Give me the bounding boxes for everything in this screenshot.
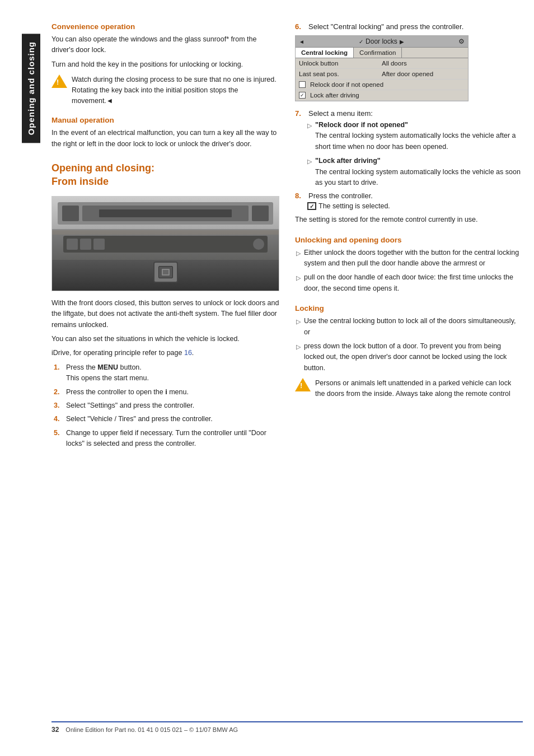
last-seat-label: Last seat pos. — [299, 71, 382, 77]
step-8-num: 8. — [295, 192, 305, 200]
door-locks-tabs: Central locking Confirmation — [296, 48, 468, 58]
forward-arrow: ▶ — [400, 39, 404, 45]
lock-after-driving-checkbox[interactable] — [299, 92, 306, 99]
door-locks-ui: ◄ ✓ Door locks ▶ ⚙ Central locking Confi… — [295, 35, 469, 101]
setting-stored-text: The setting is stored for the remote con… — [295, 214, 523, 225]
step-2: 2. Press the controller to open the i me… — [51, 387, 279, 398]
last-seat-value: After door opened — [382, 71, 465, 77]
step-6-num: 6. — [295, 22, 305, 31]
right-column: 6. Select "Central locking" and press th… — [295, 22, 523, 699]
step-6-text: Select "Central locking" and press the c… — [308, 22, 463, 31]
setting-selected-line: The setting is selected. — [307, 202, 523, 210]
warning2-text: Persons or animals left unattended in a … — [315, 378, 523, 399]
page-link[interactable]: 16 — [184, 349, 192, 357]
front-doors-p1: With the front doors closed, this button… — [51, 298, 279, 330]
warning-box-2: Persons or animals left unattended in a … — [295, 378, 523, 399]
relock-desc: The central locking system automatically… — [315, 132, 516, 150]
locking-bullet-2-text: press down the lock button of a door. To… — [304, 341, 523, 374]
car-interior-image — [51, 196, 279, 291]
door-locks-back-arrow: ◄ — [299, 39, 305, 45]
relock-checkbox[interactable] — [299, 81, 306, 88]
unlocking-bullet-2: ▷ pull on the door handle of each door t… — [295, 272, 523, 294]
step-4-num: 4. — [54, 414, 64, 424]
unlocking-bullet-2-text: pull on the door handle of each door twi… — [304, 272, 523, 294]
tab-central-locking[interactable]: Central locking — [296, 48, 354, 58]
step-8-text: Press the controller. — [308, 192, 373, 200]
warning1-text: Watch during the closing process to be s… — [72, 74, 279, 106]
convenience-heading: Convenience operation — [51, 22, 279, 31]
warning-icon-1 — [51, 74, 67, 90]
bullet-icon-2: ▷ — [307, 157, 312, 188]
step-7-bullet-1: ▷ "Relock door if not opened" The centra… — [306, 120, 523, 152]
convenience-p1: You can also operate the windows and the… — [51, 34, 279, 56]
step-7-bullets: ▷ "Relock door if not opened" The centra… — [306, 120, 523, 188]
manual-heading: Manual operation — [51, 116, 279, 124]
door-locks-row-3: Relock door if not opened — [296, 80, 468, 90]
warning-box-1: Watch during the closing process to be s… — [51, 74, 279, 106]
unlocking-bullet-1: ▷ Either unlock the doors together with … — [295, 248, 523, 269]
step-1-num: 1. — [54, 362, 64, 384]
unlocking-bullet-1-text: Either unlock the doors together with th… — [304, 248, 523, 269]
step-1-text: Press the MENU button.This opens the sta… — [66, 362, 149, 384]
steps-list: 1. Press the MENU button.This opens the … — [51, 362, 279, 450]
door-locks-titlebar: ◄ ✓ Door locks ▶ ⚙ — [296, 36, 468, 48]
step-6-row: 6. Select "Central locking" and press th… — [295, 22, 523, 31]
footer-page-num: 32 — [51, 726, 59, 734]
unlock-button-value: All doors — [382, 60, 465, 67]
bullet-icon-4: ▷ — [296, 273, 301, 294]
step-7-bullet-1-content: "Relock door if not opened" The central … — [315, 120, 523, 152]
door-locks-row-1: Unlock button All doors — [296, 58, 468, 69]
two-col-layout: Convenience operation You can also opera… — [51, 22, 523, 699]
setting-selected-text: The setting is selected. — [318, 202, 390, 210]
door-locks-title: ✓ Door locks ▶ — [359, 38, 404, 45]
step-7-row: 7. Select a menu item: — [295, 109, 523, 118]
bullet-icon-3: ▷ — [296, 249, 301, 269]
step-3-num: 3. — [54, 400, 64, 411]
step-5-text: Change to upper field if necessary. Turn… — [66, 428, 279, 450]
unlocking-heading: Unlocking and opening doors — [295, 236, 523, 244]
lock-driving-desc: The central locking system automatically… — [315, 168, 521, 186]
unlock-button-label: Unlock button — [299, 60, 382, 67]
step-5: 5. Change to upper field if necessary. T… — [51, 428, 279, 450]
relock-label: Relock door if not opened — [310, 81, 383, 88]
manual-p1: In the event of an electrical malfunctio… — [51, 128, 279, 150]
locking-bullets: ▷ Use the central locking button to lock… — [295, 316, 523, 374]
settings-icon: ⚙ — [458, 38, 465, 45]
bullet-icon-6: ▷ — [296, 342, 301, 374]
vehicle-locked-p: You can also set the situations in which… — [51, 334, 279, 344]
unlocking-bullets: ▷ Either unlock the doors together with … — [295, 248, 523, 295]
step-8-row: 8. Press the controller. — [295, 192, 523, 200]
step-2-text: Press the controller to open the i menu. — [66, 387, 189, 398]
main-content: Convenience operation You can also opera… — [40, 0, 534, 756]
bullet-icon-5: ▷ — [296, 317, 301, 338]
menu-bold: MENU — [97, 363, 118, 371]
footer-text: Online Edition for Part no. 01 41 0 015 … — [65, 726, 238, 733]
step-1: 1. Press the MENU button.This opens the … — [51, 362, 279, 384]
convenience-p2: Turn and hold the key in the positions f… — [51, 59, 279, 70]
relock-label-b: "Relock door if not opened" — [315, 121, 408, 129]
left-column: Convenience operation You can also opera… — [51, 22, 279, 699]
locking-bullet-1: ▷ Use the central locking button to lock… — [295, 316, 523, 338]
step-3: 3. Select "Settings" and press the contr… — [51, 400, 279, 411]
bullet-icon-1: ▷ — [307, 121, 312, 152]
footer: 32 Online Edition for Part no. 01 41 0 0… — [51, 721, 523, 734]
sidebar-label: Opening and closing — [22, 34, 40, 143]
door-locks-row-4: Lock after driving — [296, 90, 468, 101]
tab-confirmation[interactable]: Confirmation — [354, 48, 402, 58]
warning-icon-2 — [295, 378, 311, 393]
locking-bullet-2: ▷ press down the lock button of a door. … — [295, 341, 523, 374]
step-7-bullet-2: ▷ "Lock after driving" The central locki… — [306, 156, 523, 188]
door-locks-row-2: Last seat pos. After door opened — [296, 69, 468, 80]
step-5-num: 5. — [54, 428, 64, 450]
step-2-num: 2. — [54, 387, 64, 398]
step-7-text: Select a menu item: — [308, 109, 373, 118]
checkmark-icon: ✓ — [359, 39, 363, 45]
lock-driving-label-b: "Lock after driving" — [315, 157, 381, 165]
step-7-num: 7. — [295, 109, 305, 118]
step-4: 4. Select "Vehicle / Tires" and press th… — [51, 414, 279, 424]
idrive-p: iDrive, for operating principle refer to… — [51, 348, 279, 358]
sidebar: Opening and closing — [0, 0, 40, 756]
step-7-bullet-2-content: "Lock after driving" The central locking… — [315, 156, 523, 188]
locking-bullet-1-text: Use the central locking button to lock a… — [304, 316, 523, 338]
step-3-text: Select "Settings" and press the controll… — [66, 400, 194, 411]
